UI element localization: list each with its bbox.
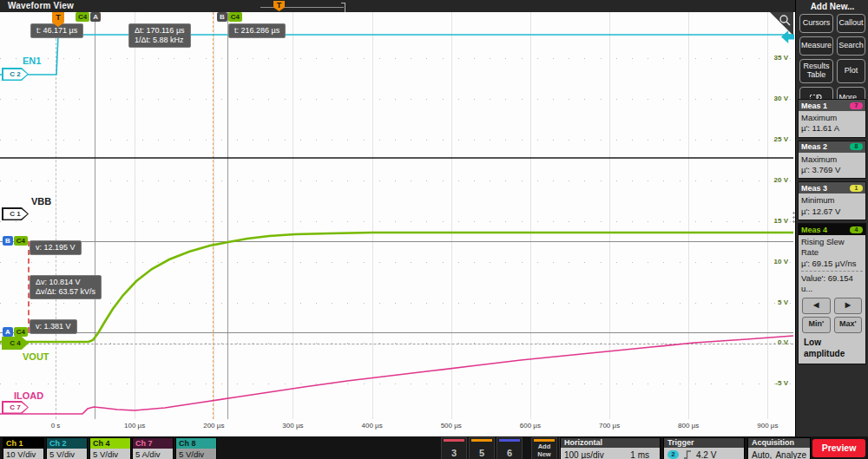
trace-label-iload: ILOAD xyxy=(14,390,43,401)
trace-layer xyxy=(0,12,795,436)
cursor-a-source-badge[interactable]: C4 A xyxy=(76,12,101,22)
meas-min-button[interactable]: Min' xyxy=(802,317,831,333)
channel-badge-scale: 10 V/div xyxy=(3,449,43,459)
dv-dt-value: Δv/Δt: 63.57 kV/s xyxy=(36,287,95,297)
trace-label-vbb: VBB xyxy=(31,196,51,207)
plot-button[interactable]: Plot xyxy=(837,59,865,83)
channel-badge-scale: 5 A/div xyxy=(133,449,173,459)
y-axis-tick-label: -5 V xyxy=(752,379,788,387)
meas-mean-value: µ': 69.15 µV/ns xyxy=(801,259,863,269)
trigger-panel[interactable]: Trigger 2 4.2 V xyxy=(663,437,745,459)
meas-next-button[interactable]: ▶ xyxy=(834,298,863,314)
trace-en1[interactable] xyxy=(0,35,793,75)
meas-type: Rising Slew Rate xyxy=(801,237,863,259)
channel-marker-label: C 2 xyxy=(3,69,28,80)
meas-card-3[interactable]: Meas 31Minimumµ': 12.67 V xyxy=(798,181,866,220)
inactive-channel-number: 6 xyxy=(497,448,522,458)
inactive-channel-3[interactable]: 3 xyxy=(441,437,467,459)
cursor-b-channel-badge: C4 xyxy=(228,12,242,22)
cursors-button[interactable]: Cursors xyxy=(799,14,833,33)
callout-button[interactable]: Callout xyxy=(837,14,865,33)
meas-name: Meas 4 xyxy=(801,226,827,234)
meas-max-button[interactable]: Max' xyxy=(834,317,863,333)
channel-badge-ch8[interactable]: Ch 85 V/div xyxy=(175,437,217,459)
bottom-bar: Ch 110 V/divCh 25 V/divCh 45 V/divCh 75 … xyxy=(0,436,868,459)
x-axis-tick-label: 700 µs xyxy=(599,422,620,429)
x-axis-tick-label: 600 µs xyxy=(520,422,541,429)
acquisition-mode: Auto, xyxy=(752,450,772,459)
channel-badge-name: Ch 2 xyxy=(47,438,87,449)
horizontal-panel[interactable]: Horizontal 100 µs/div 1 ms xyxy=(560,437,661,459)
x-axis-tick-label: 200 µs xyxy=(203,422,224,429)
meas-current-value: Value': 69.154 u... xyxy=(801,273,863,295)
channel-badge-ch7[interactable]: Ch 75 A/div xyxy=(132,437,174,459)
hcursor-a-channel: C4 xyxy=(14,327,28,337)
meas-type: Maximum xyxy=(801,154,863,165)
meas-card-body: Minimumµ': 12.67 V xyxy=(799,193,865,220)
meas-minmax-row: Min'Max' xyxy=(802,317,862,333)
meas-card-header: Meas 17 xyxy=(799,100,865,111)
meas-separator xyxy=(801,271,863,272)
trace-vout[interactable] xyxy=(0,233,793,342)
search-button[interactable]: Search xyxy=(837,36,865,56)
channel-marker-label: C 7 xyxy=(3,403,28,413)
x-axis-tick-label: 100 µs xyxy=(124,422,145,429)
trigger-level-value: 4.2 V xyxy=(696,450,716,459)
meas-mean-value: µ': 12.67 V xyxy=(801,207,863,217)
meas-mean-value: µ': 11.61 A xyxy=(801,123,863,134)
panel-drag-handle[interactable] xyxy=(792,211,795,223)
trace-label-en1: EN1 xyxy=(23,56,41,66)
inactive-channel-number: 5 xyxy=(470,448,494,458)
cursor-b-time-readout: t: 216.286 µs xyxy=(228,23,286,38)
measure-button[interactable]: Measure xyxy=(799,36,833,56)
cursor-b-letter-badge: B xyxy=(217,12,227,22)
add-new-channel-button[interactable]: Add New xyxy=(531,437,557,459)
trace-label-vout: VOUT xyxy=(23,351,49,362)
inv-delta-t-value: 1/Δt: 5.88 kHz xyxy=(135,36,185,45)
meas-source-badge: 1 xyxy=(850,185,863,192)
y-axis-tick-label: 25 V xyxy=(752,135,788,143)
hcursor-b-badge[interactable]: B C4 xyxy=(3,236,28,246)
channel-color-stripe xyxy=(444,439,464,442)
zoom-box-corner-icon[interactable] xyxy=(769,12,793,36)
trigger-title: Trigger xyxy=(664,438,744,448)
preview-button[interactable]: Preview xyxy=(812,439,865,457)
meas-card-4[interactable]: Meas 44Rising Slew Rateµ': 69.15 µV/nsVa… xyxy=(798,223,866,364)
channel-badge-ch1[interactable]: Ch 110 V/div xyxy=(3,437,44,459)
channel-badge-ch2[interactable]: Ch 25 V/div xyxy=(46,437,88,459)
hcursor-b-letter: B xyxy=(3,236,13,246)
inactive-channel-5[interactable]: 5 xyxy=(469,437,495,459)
cursor-b-source-badge[interactable]: B C4 xyxy=(217,12,242,22)
channel-badge-scale: 5 V/div xyxy=(47,449,87,459)
meas-card-2[interactable]: Meas 28Maximumµ': 3.769 V xyxy=(798,141,866,180)
results-table-button[interactable]: Results Table xyxy=(799,59,833,83)
cursor-delta-readout: Δt: 170.116 µs 1/Δt: 5.88 kHz xyxy=(128,23,191,48)
channel-color-stripe xyxy=(471,439,492,442)
meas-card-header: Meas 28 xyxy=(799,141,865,153)
hcursor-a-badge[interactable]: A C4 xyxy=(3,327,28,337)
acquisition-panel[interactable]: Acquisition Auto, Analyze xyxy=(747,437,811,459)
meas-nav-row: ◀▶ xyxy=(802,298,862,314)
hcursor-b-channel: C4 xyxy=(14,236,28,246)
meas-type: Maximum xyxy=(801,113,863,123)
meas-card-1[interactable]: Meas 17Maximumµ': 11.61 A xyxy=(798,99,866,138)
inactive-channel-number: 3 xyxy=(442,448,466,458)
minimap-trigger-marker[interactable]: T xyxy=(273,1,285,11)
add-new-label: Add New xyxy=(532,443,556,458)
add-new-color-stripe xyxy=(534,439,555,442)
delta-t-value: Δt: 170.116 µs xyxy=(135,26,185,36)
channel-color-stripe xyxy=(499,439,520,442)
minimap-track[interactable] xyxy=(260,7,344,8)
channel-marker-label: C 1 xyxy=(3,209,28,220)
meas-prev-button[interactable]: ◀ xyxy=(802,298,831,314)
add-new-header: Add New... xyxy=(796,2,868,11)
x-axis-tick-label: 400 µs xyxy=(362,422,383,429)
inactive-channel-6[interactable]: 6 xyxy=(496,437,523,459)
y-axis-tick-label: 0 V xyxy=(752,338,788,346)
meas-name: Meas 3 xyxy=(801,184,827,193)
trace-iload[interactable] xyxy=(0,336,793,414)
meas-source-badge: 8 xyxy=(850,143,863,150)
x-axis-tick-label: 300 µs xyxy=(282,422,303,429)
y-axis-tick-label: 15 V xyxy=(752,217,788,225)
channel-badge-ch4[interactable]: Ch 45 V/div xyxy=(89,437,131,459)
